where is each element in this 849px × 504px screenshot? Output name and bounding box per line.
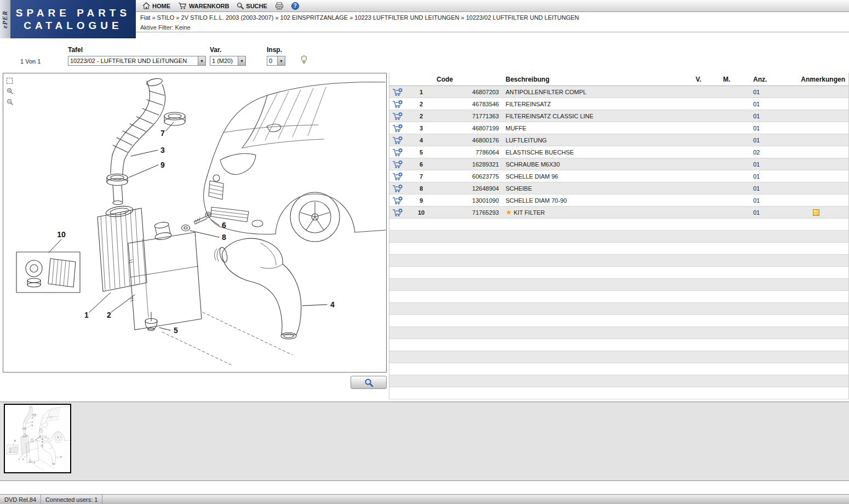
- controls-bar: 1 Von 1 Tafel 10223/02 - LUFTFILTER UND …: [0, 38, 389, 73]
- zoom-in-icon[interactable]: [7, 88, 14, 95]
- table-row[interactable]: 1 46807203 ★ ANTIPOLLENFILTER COMPL 01: [389, 86, 848, 98]
- logo-line2: CATALOGUE: [24, 19, 123, 32]
- active-filter: Aktive Filter: Keine: [136, 22, 849, 32]
- empty-row: [389, 267, 848, 279]
- empty-row: [389, 231, 848, 243]
- add-to-cart-icon[interactable]: [392, 184, 403, 193]
- empty-row: [389, 351, 848, 363]
- callout-label: 8: [222, 233, 226, 242]
- car-sketch: [204, 82, 386, 242]
- note-icon[interactable]: [813, 209, 819, 216]
- row-description: ★ SCHRAUBE M6X30: [502, 161, 692, 168]
- help-button[interactable]: ?: [291, 2, 299, 10]
- row-part-code[interactable]: 46800176: [437, 137, 502, 144]
- row-position: 8: [406, 185, 437, 192]
- table-row[interactable]: 6 16289321 ★ SCHRAUBE M6X30 01: [389, 158, 848, 170]
- var-select[interactable]: 1 (M20) ▼: [210, 56, 246, 66]
- callout-label: 3: [160, 146, 165, 154]
- add-to-cart-icon[interactable]: [392, 124, 403, 133]
- breadcrumb[interactable]: Fiat » STILO » 2V STILO F.L.L. 2003 (200…: [136, 12, 849, 22]
- row-part-code[interactable]: 13001090: [437, 197, 502, 204]
- row-quantity: 01: [750, 209, 784, 216]
- zoom-out-icon[interactable]: [7, 99, 14, 106]
- eper-vertical-logo: ePER: [0, 0, 10, 38]
- table-row[interactable]: 10 71765293 ★ KIT FILTER 01: [389, 207, 848, 219]
- callout-label: 2: [107, 311, 111, 319]
- row-quantity: 01: [750, 137, 784, 144]
- add-to-cart-icon[interactable]: [392, 112, 403, 121]
- callout-label: 4: [330, 300, 335, 309]
- row-position: 5: [406, 149, 437, 156]
- table-row[interactable]: 2 71771363 ★ FILTEREINSATZ CLASSIC LINE …: [389, 110, 848, 122]
- header-anz: Anz.: [750, 76, 784, 83]
- search-label: SUCHE: [246, 3, 267, 9]
- row-part-code[interactable]: 46807203: [437, 89, 502, 95]
- cart-icon: [178, 2, 187, 9]
- row-description-text: SCHELLE DIAM 70-90: [506, 197, 567, 204]
- print-button[interactable]: [275, 2, 284, 10]
- add-to-cart-icon[interactable]: [392, 100, 403, 108]
- row-part-code[interactable]: 7786064: [437, 149, 502, 156]
- add-to-cart-icon[interactable]: [392, 136, 403, 145]
- home-button[interactable]: HOME: [142, 2, 170, 9]
- header-code: Code: [437, 76, 502, 83]
- exploded-parts-diagram: 1 2 3 4 5 6 7 8 9 10: [3, 73, 386, 372]
- row-part-code[interactable]: 16289321: [437, 161, 502, 168]
- table-row[interactable]: 4 46800176 ★ LUFTLEITUNG 01: [389, 134, 848, 146]
- table-row[interactable]: 5 7786064 ★ ELASTISCHE BUECHSE 02: [389, 146, 848, 158]
- search-button[interactable]: SUCHE: [237, 2, 267, 9]
- tafel-label: Tafel: [68, 46, 83, 54]
- row-description-text: SCHELLE DIAM 96: [506, 173, 558, 180]
- diagram-thumbnail[interactable]: [4, 404, 71, 473]
- row-description-text: FILTEREINSATZ CLASSIC LINE: [506, 113, 593, 119]
- callout-label: 5: [174, 326, 178, 335]
- row-part-code[interactable]: 71765293: [437, 209, 502, 216]
- table-row[interactable]: 3 46807199 ★ MUFFE 01: [389, 122, 848, 134]
- row-quantity: 01: [750, 197, 784, 204]
- add-to-cart-icon[interactable]: [392, 88, 403, 96]
- empty-row: [389, 315, 848, 327]
- row-part-code[interactable]: 12648904: [437, 185, 502, 192]
- search-icon: [237, 2, 244, 9]
- lightbulb-button[interactable]: [299, 55, 309, 66]
- intake-pipe-sketch: [107, 77, 185, 204]
- table-row[interactable]: 2 46783546 ★ FILTEREINSATZ 01: [389, 98, 848, 110]
- cart-button[interactable]: WARENKORB: [178, 2, 229, 9]
- add-to-cart-icon[interactable]: [392, 196, 403, 205]
- table-row[interactable]: 7 60623775 ★ SCHELLE DIAM 96 01: [389, 170, 848, 182]
- insp-select[interactable]: 0 ▼: [267, 56, 285, 66]
- row-description: ★ KIT FILTER: [502, 209, 692, 216]
- tafel-select[interactable]: 10223/02 - LUFTFILTER UND LEITUNGEN ▼: [68, 56, 206, 66]
- row-description-text: ANTIPOLLENFILTER COMPL: [506, 89, 587, 95]
- row-description-text: KIT FILTER: [514, 209, 545, 216]
- add-to-cart-icon[interactable]: [392, 208, 403, 217]
- table-row[interactable]: 9 13001090 ★ SCHELLE DIAM 70-90 01: [389, 194, 848, 207]
- row-part-code[interactable]: 46807199: [437, 125, 502, 131]
- parts-table-header: Code Beschreibung V. M. Anz. Anmerkungen: [389, 73, 848, 86]
- bolt-washer-sketch: [182, 212, 211, 231]
- row-position: 7: [406, 173, 437, 180]
- header-beschreibung: Beschreibung: [502, 76, 692, 83]
- top-toolbar: HOME WARENKORB SUCHE ?: [136, 0, 849, 12]
- add-to-cart-icon[interactable]: [392, 172, 403, 181]
- add-to-cart-icon[interactable]: [392, 148, 403, 157]
- table-row[interactable]: 8 12648904 ★ SCHEIBE 01: [389, 182, 848, 194]
- row-position: 4: [406, 137, 437, 144]
- row-part-code[interactable]: 71771363: [437, 113, 502, 119]
- image-zoom-search-button[interactable]: [351, 376, 387, 389]
- empty-row: [389, 243, 848, 255]
- row-quantity: 01: [750, 101, 784, 107]
- row-position: 2: [406, 113, 437, 119]
- diagram-panel[interactable]: 1 2 3 4 5 6 7 8 9 10: [3, 73, 387, 373]
- row-description: ★ SCHEIBE: [502, 185, 692, 192]
- marquee-select-icon[interactable]: [7, 78, 13, 84]
- help-icon: ?: [291, 2, 299, 10]
- row-part-code[interactable]: 60623775: [437, 173, 502, 180]
- row-description: ★ FILTEREINSATZ: [502, 101, 692, 107]
- parts-table-body: 1 46807203 ★ ANTIPOLLENFILTER COMPL 01 2…: [389, 86, 848, 399]
- add-to-cart-icon[interactable]: [392, 160, 403, 169]
- var-selected-value: 1 (M20): [210, 58, 238, 64]
- app-logo: ePER SPARE PARTS CATALOGUE: [0, 0, 136, 38]
- row-part-code[interactable]: 46783546: [437, 101, 502, 107]
- row-annotations: [784, 209, 848, 216]
